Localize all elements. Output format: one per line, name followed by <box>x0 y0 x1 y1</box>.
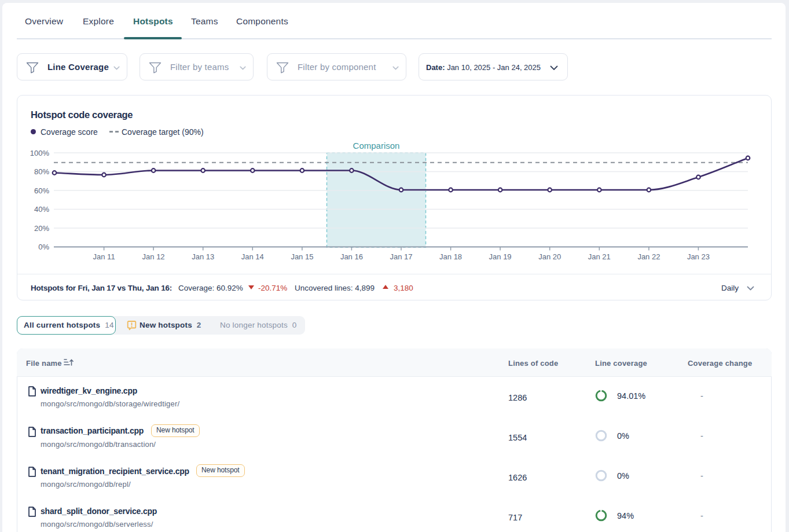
svg-text:Jan 19: Jan 19 <box>489 252 512 261</box>
svg-text:Jan 22: Jan 22 <box>637 252 660 261</box>
svg-text:Jan 12: Jan 12 <box>142 252 165 261</box>
svg-text:Jan 16: Jan 16 <box>340 252 363 261</box>
svg-text:Jan 11: Jan 11 <box>93 252 115 261</box>
svg-text:Comparison: Comparison <box>353 141 400 151</box>
svg-text:Jan 20: Jan 20 <box>538 252 561 261</box>
svg-text:100%: 100% <box>30 149 50 157</box>
svg-text:40%: 40% <box>34 205 49 214</box>
svg-text:60%: 60% <box>34 186 49 195</box>
svg-text:Jan 15: Jan 15 <box>291 252 313 261</box>
svg-text:Jan 23: Jan 23 <box>687 252 710 261</box>
svg-text:Jan 18: Jan 18 <box>439 252 462 261</box>
svg-text:Jan 14: Jan 14 <box>241 252 264 261</box>
svg-text:Jan 21: Jan 21 <box>588 252 611 261</box>
svg-text:Jan 13: Jan 13 <box>192 252 214 261</box>
svg-text:80%: 80% <box>34 167 49 176</box>
svg-text:Jan 17: Jan 17 <box>390 252 412 261</box>
svg-text:20%: 20% <box>34 224 49 233</box>
svg-text:0%: 0% <box>38 243 49 251</box>
